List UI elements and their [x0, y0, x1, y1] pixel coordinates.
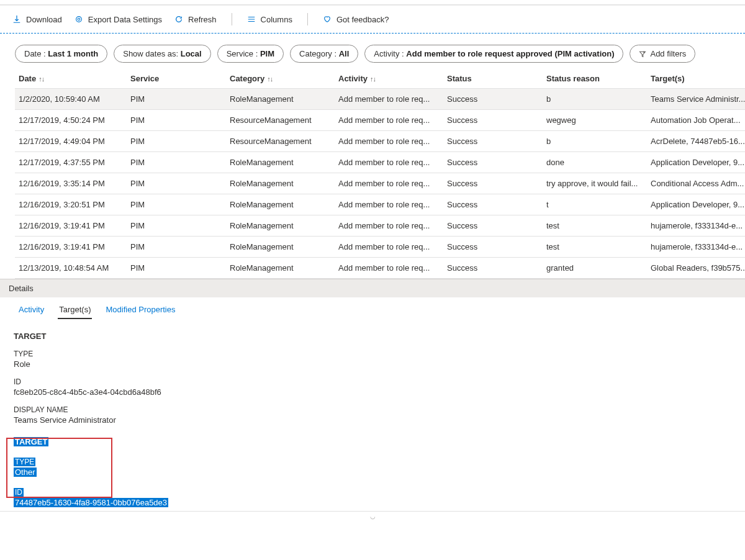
cell-activity: Add member to role req... [335, 237, 443, 258]
table-row[interactable]: 12/16/2019, 3:19:41 PMPIMRoleManagementA… [15, 237, 745, 258]
cell-date: 12/16/2019, 3:19:41 PM [15, 215, 127, 237]
refresh-button[interactable]: Refresh [174, 15, 217, 24]
table-row[interactable]: 1/2/2020, 10:59:40 AMPIMRoleManagementAd… [15, 89, 745, 110]
type-label-2: TYPE [14, 458, 731, 466]
col-date[interactable]: Date↑↓ [15, 69, 127, 89]
table-row[interactable]: 12/17/2019, 4:50:24 PMPIMResourceManagem… [15, 110, 745, 131]
filter-date[interactable]: Date : Last 1 month [15, 45, 107, 63]
cell-category: RoleManagement [226, 258, 335, 279]
filter-showdates[interactable]: Show dates as: Local [114, 45, 210, 63]
gear-icon [74, 15, 83, 24]
toolbar: Download Export Data Settings Refresh Co… [0, 5, 745, 34]
cell-service: PIM [127, 215, 226, 237]
cell-activity: Add member to role req... [335, 131, 443, 152]
cell-date: 12/16/2019, 3:20:51 PM [15, 194, 127, 215]
table-row[interactable]: 12/13/2019, 10:48:54 AMPIMRoleManagement… [15, 258, 745, 279]
col-category[interactable]: Category↑↓ [226, 69, 335, 89]
id-value-2: 74487eb5-1630-4fa8-9581-0bb076ea5de3 [14, 498, 731, 507]
col-activity[interactable]: Activity↑↓ [335, 69, 443, 89]
tab-targets[interactable]: Target(s) [58, 301, 92, 319]
cell-target: Global Readers, f39b575... [647, 258, 745, 279]
table-row[interactable]: 12/16/2019, 3:20:51 PMPIMRoleManagementA… [15, 194, 745, 215]
sort-icon: ↑↓ [267, 75, 273, 83]
cell-reason: done [543, 152, 647, 173]
target-heading: TARGET [14, 332, 731, 341]
cell-target: Teams Service Administr... [647, 89, 745, 110]
cell-service: PIM [127, 194, 226, 215]
cell-target: Automation Job Operat... [647, 110, 745, 131]
cell-service: PIM [127, 237, 226, 258]
cell-category: RoleManagement [226, 152, 335, 173]
filter-category[interactable]: Category : All [290, 45, 358, 63]
cell-date: 12/16/2019, 3:19:41 PM [15, 237, 127, 258]
cell-date: 1/2/2020, 10:59:40 AM [15, 89, 127, 110]
audit-log-table: Date↑↓ Service Category↑↓ Activity↑↓ Sta… [15, 69, 745, 279]
type-label: TYPE [14, 350, 731, 358]
cell-activity: Add member to role req... [335, 110, 443, 131]
download-icon [12, 15, 21, 24]
cell-reason: granted [543, 258, 647, 279]
cell-category: RoleManagement [226, 215, 335, 237]
col-target[interactable]: Target(s) [647, 69, 745, 89]
tab-modified[interactable]: Modified Properties [104, 301, 176, 319]
cell-reason: wegweg [543, 110, 647, 131]
svg-point-1 [78, 18, 80, 20]
cell-target: AcrDelete, 74487eb5-16... [647, 131, 745, 152]
cell-status: Success [443, 173, 543, 194]
cell-reason: b [543, 131, 647, 152]
cell-date: 12/17/2019, 4:37:55 PM [15, 152, 127, 173]
cell-reason: b [543, 89, 647, 110]
feedback-button[interactable]: Got feedback? [323, 15, 389, 24]
details-content: TARGET TYPE Role ID fc8eb205-c8c4-4b5c-a… [0, 319, 745, 511]
filter-pills: Date : Last 1 month Show dates as: Local… [0, 34, 745, 69]
export-label: Export Data Settings [88, 15, 162, 24]
cell-category: RoleManagement [226, 89, 335, 110]
resize-handle[interactable]: ◡ [0, 511, 745, 520]
cell-date: 12/17/2019, 4:50:24 PM [15, 110, 127, 131]
displayname-value: Teams Service Administrator [14, 415, 731, 425]
add-filters-button[interactable]: Add filters [630, 45, 695, 63]
cell-service: PIM [127, 152, 226, 173]
filter-service[interactable]: Service : PIM [217, 45, 284, 63]
columns-button[interactable]: Columns [247, 15, 292, 24]
cell-status: Success [443, 237, 543, 258]
cell-category: ResourceManagement [226, 131, 335, 152]
columns-label: Columns [261, 15, 292, 24]
table-row[interactable]: 12/17/2019, 4:37:55 PMPIMRoleManagementA… [15, 152, 745, 173]
sort-icon: ↑↓ [370, 75, 376, 83]
cell-target: Application Developer, 9... [647, 194, 745, 215]
table-row[interactable]: 12/17/2019, 4:49:04 PMPIMResourceManagem… [15, 131, 745, 152]
download-button[interactable]: Download [12, 15, 62, 24]
filter-activity[interactable]: Activity : Add member to role request ap… [364, 45, 623, 63]
table-row[interactable]: 12/16/2019, 3:35:14 PMPIMRoleManagementA… [15, 173, 745, 194]
id-value: fc8eb205-c8c4-4b5c-a3e4-04cbd6a48bf6 [14, 387, 731, 397]
cell-service: PIM [127, 110, 226, 131]
type-value: Role [14, 359, 731, 369]
cell-reason: try approve, it would fail... [543, 173, 647, 194]
tab-activity[interactable]: Activity [17, 301, 45, 319]
col-service[interactable]: Service [127, 69, 226, 89]
cell-target: Conditional Access Adm... [647, 173, 745, 194]
cell-service: PIM [127, 131, 226, 152]
cell-category: ResourceManagement [226, 110, 335, 131]
cell-status: Success [443, 258, 543, 279]
table-row[interactable]: 12/16/2019, 3:19:41 PMPIMRoleManagementA… [15, 215, 745, 237]
cell-target: Application Developer, 9... [647, 152, 745, 173]
filter-icon [639, 50, 646, 58]
cell-date: 12/16/2019, 3:35:14 PM [15, 173, 127, 194]
separator [307, 13, 308, 25]
col-status[interactable]: Status [443, 69, 543, 89]
download-label: Download [26, 15, 62, 24]
target-heading-2: TARGET [14, 437, 731, 446]
cell-status: Success [443, 152, 543, 173]
cell-reason: t [543, 194, 647, 215]
sort-icon: ↑↓ [38, 75, 44, 83]
cell-date: 12/17/2019, 4:49:04 PM [15, 131, 127, 152]
col-reason[interactable]: Status reason [543, 69, 647, 89]
cell-service: PIM [127, 89, 226, 110]
cell-activity: Add member to role req... [335, 152, 443, 173]
cell-service: PIM [127, 258, 226, 279]
details-bar: Details [0, 279, 745, 297]
export-button[interactable]: Export Data Settings [74, 15, 162, 24]
type-value-2: Other [14, 467, 731, 477]
